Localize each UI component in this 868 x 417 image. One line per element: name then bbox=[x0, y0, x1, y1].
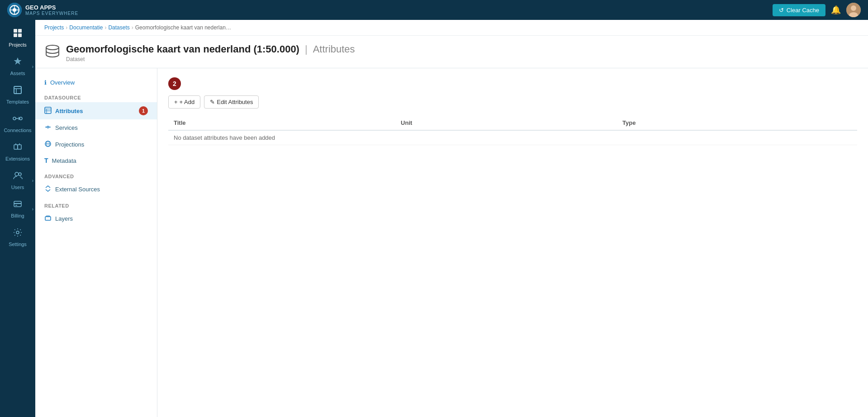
page-header: Geomorfologische kaart van nederland (1:… bbox=[35, 36, 868, 68]
empty-row: No dataset attributes have been added bbox=[168, 130, 857, 145]
svg-rect-28 bbox=[45, 107, 51, 114]
related-section-label: Related bbox=[35, 198, 157, 210]
svg-rect-36 bbox=[46, 216, 50, 217]
table-body: No dataset attributes have been added bbox=[168, 130, 857, 145]
sidebar-item-users[interactable]: Users › bbox=[0, 166, 35, 194]
attributes-icon bbox=[44, 107, 52, 115]
table-header: Title Unit Type bbox=[168, 116, 857, 130]
sidebar-item-settings[interactable]: Settings bbox=[0, 223, 35, 251]
projections-icon bbox=[44, 140, 52, 149]
svg-rect-35 bbox=[45, 217, 51, 220]
app-body: Projects Assets › Templates bbox=[0, 20, 868, 417]
left-panel: ℹ Overview Datasource bbox=[35, 68, 157, 417]
attributes-table: Title Unit Type No dataset attributes ha… bbox=[168, 116, 857, 145]
logo: GEO APPS MAPS EVERYWHERE bbox=[7, 3, 78, 17]
menu-item-metadata[interactable]: T Metadata bbox=[35, 153, 157, 168]
users-icon bbox=[13, 171, 23, 183]
svg-rect-11 bbox=[18, 33, 22, 37]
col-type: Type bbox=[617, 116, 857, 130]
svg-point-27 bbox=[46, 45, 59, 50]
edit-icon: ✎ bbox=[210, 99, 215, 105]
sidebar-item-assets[interactable]: Assets › bbox=[0, 52, 35, 81]
overview-link[interactable]: ℹ Overview bbox=[35, 76, 157, 90]
empty-message: No dataset attributes have been added bbox=[168, 130, 857, 145]
services-icon bbox=[44, 123, 52, 132]
logo-name: GEO APPS bbox=[25, 4, 78, 11]
page-title: Geomorfologische kaart van nederland (1:… bbox=[66, 43, 299, 55]
breadcrumb-projects[interactable]: Projects bbox=[44, 24, 64, 31]
col-title: Title bbox=[168, 116, 395, 130]
svg-rect-12 bbox=[14, 86, 21, 94]
svg-point-15 bbox=[13, 117, 16, 120]
metadata-icon: T bbox=[44, 157, 48, 164]
assets-icon bbox=[13, 57, 23, 69]
sidebar-nav: Projects Assets › Templates bbox=[0, 20, 35, 417]
main-area: Projects › Documentatie › Datasets › Geo… bbox=[35, 20, 868, 417]
advanced-section-label: Advanced bbox=[35, 168, 157, 181]
sidebar-item-users-label: Users bbox=[11, 185, 24, 190]
sidebar-item-connections-label: Connections bbox=[4, 128, 31, 133]
content-layout: ℹ Overview Datasource bbox=[35, 68, 868, 417]
layers-icon bbox=[44, 214, 52, 223]
connections-icon bbox=[13, 114, 23, 126]
menu-item-projections[interactable]: Projections bbox=[35, 136, 157, 153]
svg-point-22 bbox=[19, 173, 21, 175]
right-panel: 2 + + Add ✎ Edit Attributes Title bbox=[157, 68, 868, 417]
svg-rect-17 bbox=[14, 145, 18, 149]
external-sources-icon bbox=[44, 185, 52, 194]
breadcrumb-datasets[interactable]: Datasets bbox=[108, 24, 129, 31]
sidebar-item-billing[interactable]: Billing › bbox=[0, 194, 35, 223]
svg-point-26 bbox=[16, 231, 19, 234]
cache-icon: ↺ bbox=[779, 7, 784, 14]
toolbar: + + Add ✎ Edit Attributes bbox=[168, 95, 857, 109]
edit-attributes-button[interactable]: ✎ Edit Attributes bbox=[204, 95, 259, 109]
add-button[interactable]: + + Add bbox=[168, 95, 200, 109]
datasource-section-label: Datasource bbox=[35, 90, 157, 102]
assets-expand-icon: › bbox=[32, 64, 33, 69]
sidebar-item-projects[interactable]: Projects bbox=[0, 24, 35, 52]
sidebar-item-projects-label: Projects bbox=[9, 42, 27, 47]
attributes-badge: 1 bbox=[139, 106, 148, 115]
step-badge: 2 bbox=[168, 77, 181, 90]
templates-icon bbox=[13, 85, 23, 97]
topbar: GEO APPS MAPS EVERYWHERE ↺ Clear Cache 🔔 bbox=[0, 0, 868, 20]
page-type: Dataset bbox=[66, 56, 355, 62]
dataset-icon bbox=[44, 43, 61, 62]
menu-item-attributes[interactable]: Attributes 1 bbox=[35, 102, 157, 119]
billing-icon bbox=[13, 199, 23, 211]
sidebar-item-connections[interactable]: Connections bbox=[0, 109, 35, 137]
logo-tagline: MAPS EVERYWHERE bbox=[25, 11, 78, 16]
svg-point-21 bbox=[15, 172, 19, 176]
col-unit: Unit bbox=[395, 116, 617, 130]
menu-item-layers[interactable]: Layers bbox=[35, 210, 157, 227]
sidebar-item-extensions-label: Extensions bbox=[5, 156, 30, 161]
menu-item-services[interactable]: Services bbox=[35, 119, 157, 136]
billing-expand-icon: › bbox=[32, 206, 33, 211]
svg-rect-9 bbox=[18, 29, 22, 33]
sidebar-item-settings-label: Settings bbox=[9, 242, 27, 247]
breadcrumb: Projects › Documentatie › Datasets › Geo… bbox=[35, 20, 868, 36]
settings-icon bbox=[13, 227, 23, 240]
sidebar-item-templates[interactable]: Templates bbox=[0, 81, 35, 109]
sidebar-item-billing-label: Billing bbox=[11, 213, 24, 218]
svg-rect-8 bbox=[14, 29, 17, 33]
extensions-icon bbox=[13, 142, 23, 154]
svg-rect-18 bbox=[18, 145, 21, 149]
page-subtitle: Attributes bbox=[313, 43, 355, 55]
projects-icon bbox=[13, 28, 23, 40]
breadcrumb-current: Geomorfologische kaart van nederlan… bbox=[135, 24, 231, 31]
logo-icon bbox=[7, 3, 22, 17]
menu-item-external-sources[interactable]: External Sources bbox=[35, 181, 157, 198]
svg-point-6 bbox=[851, 5, 856, 11]
sidebar-item-extensions[interactable]: Extensions bbox=[0, 137, 35, 166]
breadcrumb-documentatie[interactable]: Documentatie bbox=[69, 24, 103, 31]
notification-bell-icon[interactable]: 🔔 bbox=[831, 5, 841, 15]
sidebar-item-templates-label: Templates bbox=[6, 99, 29, 104]
avatar[interactable] bbox=[846, 3, 861, 17]
sidebar-item-assets-label: Assets bbox=[10, 71, 25, 76]
add-icon: + bbox=[174, 99, 178, 105]
svg-rect-10 bbox=[14, 33, 17, 37]
overview-icon: ℹ bbox=[44, 79, 47, 86]
users-expand-icon: › bbox=[32, 178, 33, 183]
clear-cache-button[interactable]: ↺ Clear Cache bbox=[773, 4, 825, 16]
